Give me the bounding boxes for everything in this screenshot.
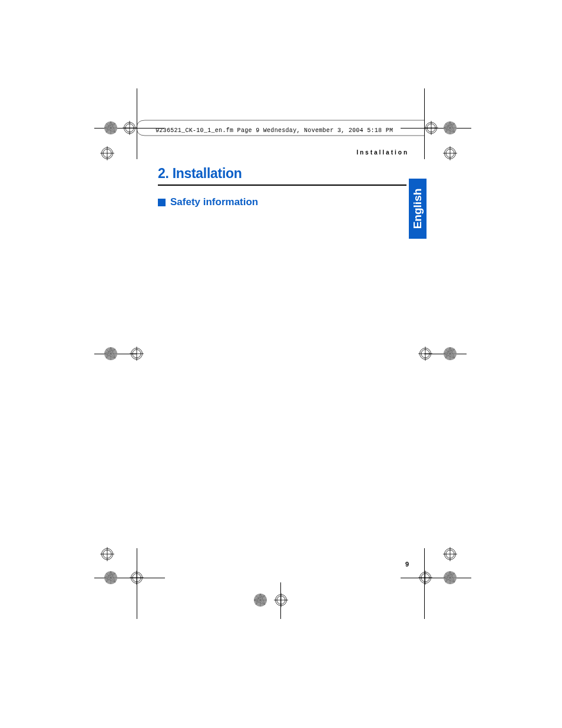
printer-mark-icon	[104, 121, 118, 135]
chapter-title-rule	[158, 185, 406, 186]
registration-mark-icon	[100, 547, 114, 561]
printer-mark-icon	[104, 347, 118, 361]
registration-mark-icon	[424, 121, 438, 135]
framemaker-header-text: 9236521_CK-10_1_en.fm Page 9 Wednesday, …	[156, 127, 393, 134]
section-title: Safety information	[170, 196, 258, 208]
registration-mark-icon	[274, 593, 288, 607]
printer-mark-icon	[104, 571, 118, 585]
registration-mark-icon	[123, 121, 137, 135]
printer-mark-icon	[253, 593, 267, 607]
crop-line	[401, 578, 471, 578]
registration-mark-icon	[100, 146, 114, 160]
registration-mark-icon	[443, 146, 457, 160]
crop-line	[137, 88, 137, 159]
registration-mark-icon	[130, 347, 144, 361]
printer-mark-icon	[443, 121, 457, 135]
registration-mark-icon	[418, 571, 432, 585]
page-number: 9	[405, 561, 409, 568]
registration-mark-icon	[130, 571, 144, 585]
registration-mark-icon	[418, 347, 432, 361]
chapter-title: 2. Installation	[158, 166, 242, 182]
printer-mark-icon	[443, 347, 457, 361]
language-tab-label: English	[411, 189, 424, 229]
section-heading: Safety information	[158, 196, 258, 208]
registration-mark-icon	[443, 547, 457, 561]
language-tab: English	[409, 179, 427, 239]
section-bullet-icon	[158, 199, 166, 206]
page-content-frame: 9236521_CK-10_1_en.fm Page 9 Wednesday, …	[135, 120, 427, 603]
running-head: Installation	[356, 149, 409, 156]
printer-mark-icon	[443, 571, 457, 585]
